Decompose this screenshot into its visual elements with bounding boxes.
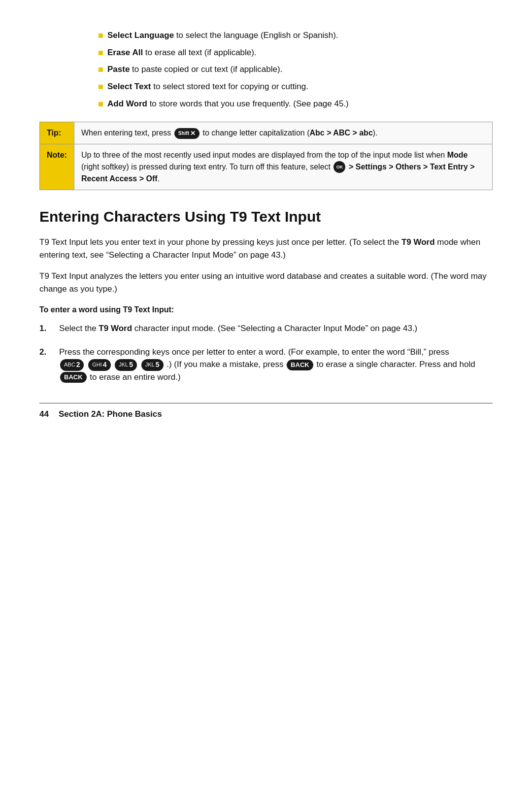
step-1: 1. Select the T9 Word character input mo… (39, 322, 493, 335)
paragraph-2: T9 Text Input analyzes the letters you e… (39, 270, 493, 295)
para1-text: T9 Text Input lets you enter text in you… (39, 237, 401, 247)
tip-label: Tip: (40, 122, 74, 144)
sub-heading: To enter a word using T9 Text Input: (39, 304, 493, 315)
bullet-bold-5: Add Word (107, 99, 147, 108)
page-footer: 44 Section 2A: Phone Basics (39, 403, 493, 421)
step-1-rest: character input mode. (See “Selecting a … (132, 324, 417, 333)
menu-icon: OK (333, 161, 345, 173)
back-badge-2: BACK (60, 372, 87, 383)
footer-page-number: 44 (39, 408, 49, 421)
back-badge-1: BACK (287, 360, 313, 370)
bullet-bold-1: Select Language (107, 31, 174, 40)
tip-text2: to change letter capitalization ( (202, 129, 309, 137)
note-label: Note: (40, 144, 74, 190)
bullet-text-2: to erase all text (if applicable). (143, 48, 257, 57)
key-jkl5b: JKL5 (141, 359, 164, 371)
bullet-bold-4: Select Text (107, 82, 151, 91)
key-jkl5a: JKL5 (115, 359, 137, 371)
step-1-text: Select the (59, 324, 99, 333)
bullet-text-5: to store words that you use frequently. … (147, 99, 349, 108)
step-1-content: Select the T9 Word character input mode.… (59, 322, 493, 335)
tip-row: Tip: When entering text, press Shift✕ to… (40, 122, 493, 144)
tip-note-table: Tip: When entering text, press Shift✕ to… (39, 122, 493, 190)
list-item: Add Word to store words that you use fre… (99, 98, 493, 110)
step-2-num: 2. (39, 346, 59, 359)
note-mode-bold: Mode (447, 151, 468, 159)
bullet-list: Select Language to select the language (… (99, 30, 493, 110)
key-ghi4: GHI4 (88, 359, 110, 371)
step-1-bold: T9 Word (99, 324, 132, 333)
bullet-text-3: to paste copied or cut text (if applicab… (130, 65, 282, 74)
bullet-text-1: to select the language (English or Spani… (174, 31, 338, 40)
list-item: Erase All to erase all text (if applicab… (99, 47, 493, 59)
list-item: Paste to paste copied or cut text (if ap… (99, 64, 493, 76)
step-2-text-final: to erase an entire word.) (90, 372, 180, 382)
bullet-bold-3: Paste (107, 65, 130, 74)
shift-x-badge: Shift✕ (174, 128, 200, 139)
step-2: 2. Press the corresponding keys once per… (39, 346, 493, 384)
note-row: Note: Up to three of the most recently u… (40, 144, 493, 190)
note-path: > Settings > Others > Text Entry > (349, 163, 475, 171)
note-path2: Recent Access > Off (81, 174, 158, 183)
step-2-text-mid: .) (If you make a mistake, press (166, 360, 286, 369)
tip-text: When entering text, press (81, 129, 171, 137)
list-item: Select Language to select the language (… (99, 30, 493, 42)
numbered-list: 1. Select the T9 Word character input mo… (39, 322, 493, 383)
paragraph-1: T9 Text Input lets you enter text in you… (39, 236, 493, 261)
list-item: Select Text to select stored text for co… (99, 81, 493, 93)
footer-section-label: Section 2A: Phone Basics (59, 408, 162, 421)
tip-caps: Abc > ABC > abc (309, 129, 372, 137)
para1-bold: T9 Word (401, 237, 435, 247)
tip-text3: ). (373, 129, 378, 137)
section-heading: Entering Characters Using T9 Text Input (39, 206, 493, 228)
note-text2: (right softkey) is pressed during text e… (81, 163, 332, 171)
bullet-bold-2: Erase All (107, 48, 143, 57)
step-1-num: 1. (39, 322, 59, 335)
note-text3: . (158, 174, 160, 183)
note-text: Up to three of the most recently used in… (81, 151, 447, 159)
step-2-content: Press the corresponding keys once per le… (59, 346, 493, 384)
bullet-text-4: to select stored text for copying or cut… (151, 82, 308, 91)
note-content: Up to three of the most recently used in… (74, 144, 493, 190)
key-abc2: ABC2 (60, 359, 84, 371)
tip-content: When entering text, press Shift✕ to chan… (74, 122, 493, 144)
step-2-text-before: Press the corresponding keys once per le… (59, 347, 449, 357)
step-2-text-end: to erase a single character. Press and h… (316, 360, 475, 369)
